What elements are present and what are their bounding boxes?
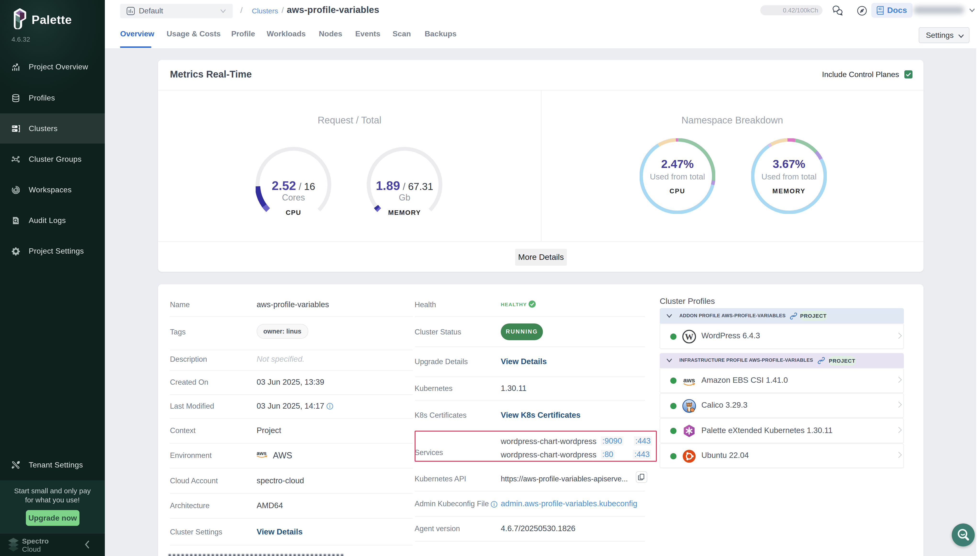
svg-text:W: W bbox=[685, 332, 693, 342]
svg-text:aws: aws bbox=[683, 377, 695, 384]
svg-text:aws: aws bbox=[257, 450, 267, 456]
